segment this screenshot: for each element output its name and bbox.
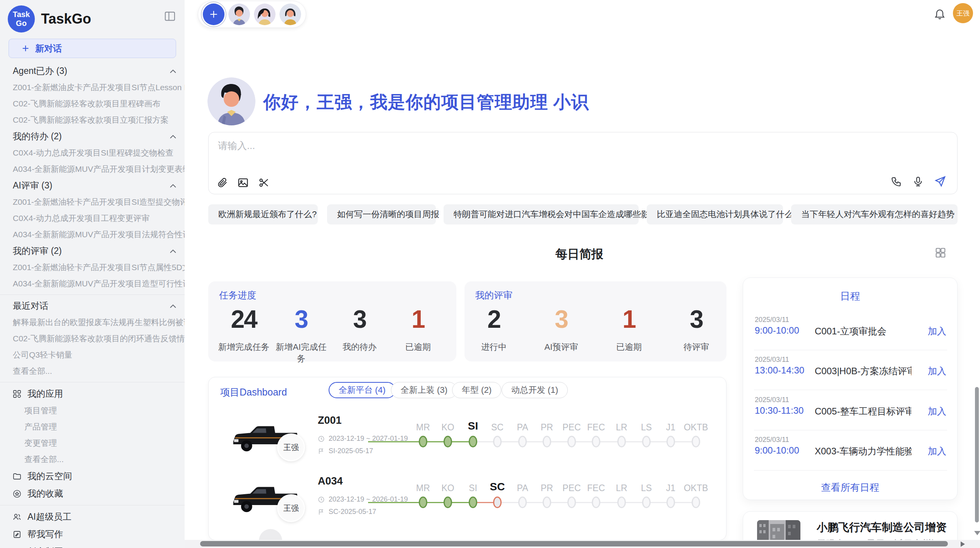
project-dashboard-card: 项目Dashboard 全新平台 (4) 全新上装 (3) 年型 (2) 动总开… (208, 377, 726, 540)
sidebar-item-help-me-write[interactable]: 帮我写作 (0, 526, 185, 543)
sidebar-item-creative-drawing[interactable]: 创意制图 (0, 543, 185, 548)
sidebar-item[interactable]: Z001-全新燃油轻卡产品开发项目SI造型提交物评审 (0, 194, 185, 210)
sidebar-item[interactable]: A034-全新新能源MUV产品开发项目法规符合性评审 (0, 226, 185, 243)
my-apps-label: 我的应用 (27, 388, 63, 400)
recent-chat-item[interactable]: 解释最新出台的欧盟报废车法规再生塑料比例被调至15%... (0, 314, 185, 331)
app-item-project-mgmt[interactable]: 项目管理 (0, 402, 185, 419)
chevron-up-icon (170, 184, 176, 188)
sidebar-item-ai-super-staff[interactable]: AI超级员工 (0, 508, 185, 526)
milestone-node-done (419, 497, 427, 508)
sidebar-item[interactable]: A034-全新新能源MUV产品开发项目造型可行性评审 (0, 276, 185, 292)
sidebar-item[interactable]: C02-飞腾新能源轻客改款项目立项汇报方案 (0, 112, 185, 128)
suggestion-chip[interactable]: 特朗普可能对进口汽车增税会对中国车企造成哪些影响 (444, 204, 639, 224)
stat-label: 新增AI完成任务 (272, 341, 330, 365)
tab-new-body[interactable]: 全新上装 (3) (391, 382, 457, 398)
milestone-label: OKTB (678, 422, 713, 433)
scroll-down-arrow-icon[interactable] (974, 531, 980, 535)
tab-all-new-platform[interactable]: 全新平台 (4) (329, 382, 396, 398)
horizontal-scrollbar-thumb[interactable] (200, 541, 948, 546)
tab-model-year[interactable]: 年型 (2) (452, 382, 501, 398)
microphone-icon[interactable] (912, 176, 924, 187)
attachment-icon[interactable] (216, 177, 228, 188)
image-upload-icon[interactable] (237, 177, 249, 188)
sidebar-item[interactable]: C02-飞腾新能源轻客改款项目里程碑画布 (0, 96, 185, 112)
milestone-node (666, 497, 675, 508)
milestone-tag: SI-2025-05-17 (329, 447, 373, 455)
scroll-right-arrow-icon[interactable] (961, 541, 965, 547)
greeting-text: 你好，王强，我是你的项目管理助理 小识 (263, 91, 589, 114)
stat-value: 3 (331, 306, 389, 333)
logo-text-top: Task (13, 10, 30, 19)
folder-icon (12, 472, 22, 481)
stat-label: 已逾期 (389, 341, 447, 353)
suggestion-chip[interactable]: 如何写一份清晰的项目周报 (327, 204, 436, 224)
tab-powertrain-dev[interactable]: 动总开发 (1) (502, 382, 568, 398)
agent-avatar[interactable] (279, 3, 301, 25)
schedule-time: 10:30-11:30 (755, 405, 804, 416)
chat-input[interactable] (217, 139, 877, 170)
sidebar-item[interactable]: A034-全新新能源MUV产品开发项目计划变更表编写 (0, 161, 185, 177)
group-header-my-todo[interactable]: 我的待办 (2) (0, 128, 185, 145)
flag-icon (318, 509, 325, 515)
phone-call-icon[interactable] (891, 176, 902, 187)
group-header-agent-done[interactable]: Agent已办 (3) (0, 63, 185, 79)
divider (754, 470, 947, 471)
vertical-scrollbar-thumb[interactable] (975, 387, 979, 522)
view-all-schedule-link[interactable]: 查看所有日程 (743, 481, 957, 494)
divider (0, 295, 185, 295)
stat-value: 3 (663, 306, 730, 333)
layout-grid-icon[interactable] (935, 247, 946, 259)
group-header-ai-review[interactable]: AI评审 (3) (0, 177, 185, 194)
project-milestone-tag: SI-2025-05-17 (318, 447, 373, 455)
suggestion-chip[interactable]: 欧洲新规最近颁布了什么? (208, 204, 318, 224)
recent-chat-item[interactable]: 公司Q3轻卡销量 (0, 347, 185, 363)
join-meeting-link[interactable]: 加入 (928, 325, 946, 337)
user-avatar[interactable]: 王强 (953, 3, 973, 23)
project-code: A034 (318, 475, 343, 487)
agent-avatar[interactable] (254, 3, 276, 25)
agent-avatar[interactable] (228, 3, 250, 25)
milestone-node (518, 436, 527, 447)
suggestion-chip[interactable]: 比亚迪全固态电池计划具体说了什么 (647, 204, 783, 224)
sidebar-item[interactable]: Z001-全新燃油轻卡产品开发项目SI节点属性5D文件评审 (0, 259, 185, 276)
schedule-event-name: X003-车辆动力学性能验... (815, 445, 911, 457)
sidebar-item-my-apps[interactable]: 我的应用 (0, 385, 185, 402)
my-review-card: 我的评审 2 进行中 3 AI预评审 1 已逾期 3 待评审 (464, 281, 726, 361)
sidebar-item-favorites[interactable]: 我的收藏 (0, 485, 185, 502)
group-title: 我的待办 (2) (13, 130, 62, 142)
join-meeting-link[interactable]: 加入 (928, 405, 946, 418)
milestone-node (642, 497, 651, 508)
cloud-space-label: 我的云空间 (27, 470, 72, 482)
favorites-label: 我的收藏 (27, 488, 63, 500)
apps-view-all[interactable]: 查看全部... (0, 451, 185, 468)
milestone-node (592, 497, 600, 508)
new-chat-label: 新对话 (35, 43, 62, 55)
milestone-node (666, 436, 675, 447)
sidebar-item[interactable]: C0X4-动力总成开发项目工程变更评审 (0, 210, 185, 226)
suggestion-chip[interactable]: 当下年轻人对汽车外观有怎样的喜好趋势 (791, 204, 958, 224)
clock-icon (318, 435, 325, 442)
app-item-product-mgmt[interactable]: 产品管理 (0, 419, 185, 435)
join-meeting-link[interactable]: 加入 (928, 445, 946, 457)
notification-bell-icon[interactable] (934, 7, 946, 20)
sidebar-collapse-icon[interactable] (164, 10, 176, 22)
group-header-recent-chats[interactable]: 最近对话 (0, 298, 185, 314)
add-agent-button[interactable] (203, 3, 224, 25)
recent-view-all[interactable]: 查看全部... (0, 363, 185, 379)
input-actions (891, 175, 946, 188)
stat-new-done: 24 新增完成任务 (215, 306, 273, 353)
scissors-icon[interactable] (258, 177, 270, 188)
stat-label: 我的待办 (331, 341, 389, 353)
send-icon[interactable] (934, 175, 946, 188)
join-meeting-link[interactable]: 加入 (928, 365, 946, 377)
group-header-my-review[interactable]: 我的评审 (2) (0, 243, 185, 259)
app-logo-row: Task Go TaskGo (0, 0, 185, 37)
recent-chat-item[interactable]: C02-飞腾新能源轻客改款项目的闭环通告反馈情况 (0, 331, 185, 347)
sidebar-item[interactable]: C0X4-动力总成开发项目SI里程碑提交物检查 (0, 145, 185, 161)
app-item-change-mgmt[interactable]: 变更管理 (0, 435, 185, 451)
sidebar: Task Go TaskGo 新对话 Agent已办 (3) Z001-全新燃油… (0, 0, 185, 548)
sidebar-item[interactable]: Z001-全新燃油皮卡产品开发项目SI节点Lesson Learn报告 (0, 79, 185, 96)
schedule-time: 9:00-10:00 (755, 445, 799, 456)
sidebar-item-cloud-space[interactable]: 我的云空间 (0, 468, 185, 485)
new-chat-button[interactable]: 新对话 (9, 39, 176, 58)
